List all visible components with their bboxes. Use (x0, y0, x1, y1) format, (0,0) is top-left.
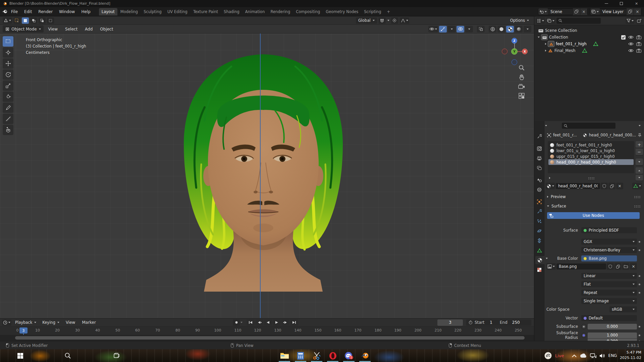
render-camera-icon[interactable] (636, 42, 641, 46)
pin-icon[interactable] (638, 133, 641, 137)
workspace-tab-sculpting[interactable]: Sculpting (141, 8, 164, 15)
tool-scale[interactable] (3, 80, 13, 91)
taskbar-search-button[interactable] (60, 349, 76, 362)
play-button[interactable] (273, 319, 281, 326)
base-color-expander[interactable] (546, 258, 548, 259)
menu-window[interactable]: Window (56, 8, 78, 15)
menu-help[interactable]: Help (78, 8, 93, 15)
timeline-ruler[interactable]: 0 10 20 30 40 50 60 70 80 90 100 110 120… (0, 327, 534, 335)
exclude-checkbox[interactable] (621, 35, 626, 40)
scene-browse-button[interactable] (538, 8, 548, 15)
timeline-view-menu[interactable]: View (63, 319, 78, 326)
taskbar-blender[interactable] (357, 349, 373, 362)
tab-physics[interactable] (535, 227, 544, 235)
slot-specials-button[interactable] (636, 159, 643, 165)
workspace-tab-animation[interactable]: Animation (243, 8, 268, 15)
pan-hand-icon[interactable] (518, 74, 525, 81)
scene-delete-button[interactable]: × (580, 8, 587, 15)
render-camera-icon[interactable] (636, 35, 641, 39)
slot-move-up-button[interactable] (636, 167, 643, 174)
shading-rendered-button[interactable] (515, 26, 523, 33)
tab-render[interactable] (535, 144, 544, 153)
tab-particles[interactable] (535, 217, 544, 225)
next-keyframe-button[interactable] (281, 319, 289, 326)
menu-render[interactable]: Render (35, 8, 56, 15)
image-name-field[interactable]: Base.png (556, 263, 606, 269)
select-mode-set-button[interactable] (22, 17, 29, 24)
scene-new-button[interactable] (573, 8, 580, 15)
radius-slider-y[interactable]: 0.200 (588, 339, 637, 341)
tool-add-cube[interactable] (3, 125, 13, 135)
workspace-tab-texture-paint[interactable]: Texture Paint (191, 8, 221, 15)
properties-search-input[interactable] (562, 123, 615, 129)
view-layer-browse-button[interactable] (590, 8, 600, 15)
object-expand-arrow[interactable] (545, 43, 546, 45)
shading-options-chevron[interactable] (524, 26, 531, 33)
prev-keyframe-button[interactable] (255, 319, 263, 326)
list-resize-grip[interactable] (588, 177, 595, 179)
view-layer-delete-button[interactable]: × (634, 8, 641, 15)
head-model[interactable] (164, 47, 362, 292)
current-frame-field[interactable]: 3 (437, 319, 463, 326)
viewport-menu-add[interactable]: Add (82, 26, 95, 33)
slot-remove-button[interactable]: − (636, 148, 643, 155)
task-view-button[interactable] (108, 349, 124, 362)
new-collection-button[interactable] (636, 17, 643, 24)
extension-dropdown[interactable]: Repeat (581, 290, 637, 296)
workspace-tab-modeling[interactable]: Modeling (118, 8, 141, 15)
projection-dropdown[interactable]: Flat (581, 281, 637, 287)
tool-cursor[interactable] (3, 47, 13, 58)
keying-menu[interactable]: Keying (40, 319, 62, 326)
transform-orientation-dropdown[interactable]: Global (356, 17, 377, 24)
network-icon[interactable] (590, 353, 596, 358)
tab-constraints[interactable] (535, 237, 544, 245)
object-expand-arrow[interactable] (545, 50, 546, 52)
camera-view-icon[interactable] (518, 84, 525, 89)
outliner-row-final-mesh[interactable]: Final_Mesh (534, 47, 644, 54)
blender-menu-icon[interactable] (2, 9, 8, 14)
copy-material-button[interactable] (608, 183, 615, 189)
tab-object-data[interactable] (535, 246, 544, 254)
outliner-filter-button[interactable] (626, 17, 635, 24)
material-browse-button[interactable] (546, 183, 555, 189)
collection-expand-arrow[interactable] (538, 37, 540, 38)
gizmo-x-negative[interactable] (502, 49, 507, 54)
timeline-scrollbar[interactable] (15, 336, 525, 340)
outliner-search-input[interactable] (556, 18, 601, 24)
outliner-row-feet-object[interactable]: feet_001_r_high (534, 41, 644, 47)
auto-keying-button[interactable] (233, 319, 240, 326)
workspace-tab-rendering[interactable]: Rendering (268, 8, 293, 15)
live-indicator[interactable]: Live (555, 353, 564, 358)
tool-transform[interactable] (3, 92, 13, 102)
tab-object[interactable] (535, 198, 544, 206)
taskbar-discord[interactable]: 1 (341, 349, 357, 362)
gizmo-z-positive[interactable]: Z (512, 38, 517, 44)
end-value[interactable]: 250 (512, 320, 520, 325)
mesh-data-link-button[interactable] (632, 183, 642, 189)
radius-slider-x[interactable]: 1.000 (588, 333, 637, 338)
select-mode-extend-button[interactable] (30, 17, 37, 24)
list-expand-arrow[interactable] (549, 177, 550, 179)
distribution-dropdown[interactable]: GGX (581, 239, 637, 245)
material-slot-selected[interactable]: head_000_r_head_000_r_high0 (548, 159, 634, 165)
radius-socket-toggle[interactable] (581, 333, 586, 338)
close-button[interactable]: × (629, 0, 644, 7)
properties-options-chevron[interactable] (639, 125, 641, 126)
navigation-gizmo[interactable]: Z Y X (501, 37, 528, 66)
tool-annotate[interactable] (3, 103, 13, 113)
outliner-editor-type-button[interactable] (536, 17, 545, 24)
source-dropdown[interactable]: Single Image (581, 298, 637, 304)
onedrive-cloud-icon[interactable] (580, 353, 587, 358)
workspace-tab-compositing[interactable]: Compositing (293, 8, 323, 15)
material-slot[interactable]: feet_001_r_feet_001_r_high0 (548, 142, 634, 148)
breadcrumb-object[interactable]: feet_001_r... (553, 133, 577, 137)
tool-measure[interactable] (3, 114, 13, 124)
properties-nav-chevron[interactable] (545, 125, 547, 126)
subsurface-socket-toggle[interactable] (581, 324, 586, 329)
color-space-dropdown[interactable]: sRGB (609, 306, 637, 312)
image-unlink-button[interactable]: × (630, 263, 637, 270)
viewport-menu-view[interactable]: View (46, 26, 60, 33)
hide-eye-icon[interactable] (628, 49, 634, 53)
breadcrumb-material[interactable]: head_000_r_head_000... (589, 133, 636, 137)
workspace-tab-scripting[interactable]: Scripting (361, 8, 384, 15)
